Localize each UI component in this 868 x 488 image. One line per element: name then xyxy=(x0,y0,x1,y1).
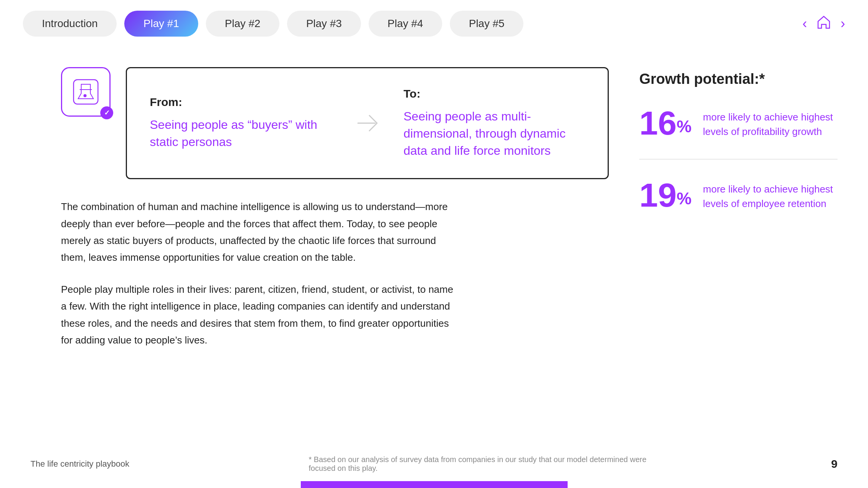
stat-desc-1: more likely to achieve highest levels of… xyxy=(703,106,838,139)
svg-rect-0 xyxy=(74,80,98,104)
tab-play1[interactable]: Play #1 xyxy=(124,11,198,37)
tab-play4[interactable]: Play #4 xyxy=(369,11,442,37)
footer-brand: The life centricity playbook xyxy=(30,459,129,469)
nav-tabs: Introduction Play #1 Play #2 Play #3 Pla… xyxy=(23,11,523,37)
right-section: Growth potential:* 16% more likely to ac… xyxy=(639,67,838,348)
to-section: To: Seeing people as multi-dimensional, … xyxy=(404,87,585,159)
nav-controls: ‹ › xyxy=(802,14,845,33)
play-icon-container xyxy=(61,67,111,117)
icon-area: From: Seeing people as “buyers” with sta… xyxy=(61,67,609,179)
next-arrow[interactable]: › xyxy=(841,16,845,32)
main-content: From: Seeing people as “buyers” with sta… xyxy=(0,44,868,371)
footer-page: 9 xyxy=(831,458,838,470)
stat-item-2: 19% more likely to achieve highest level… xyxy=(639,178,838,231)
tab-play3[interactable]: Play #3 xyxy=(287,11,361,37)
right-arrow-icon xyxy=(354,106,381,140)
stat-desc-2: more likely to achieve highest levels of… xyxy=(703,178,838,211)
from-section: From: Seeing people as “buyers” with sta… xyxy=(150,96,331,151)
tab-play2[interactable]: Play #2 xyxy=(206,11,279,37)
bottom-bar xyxy=(301,481,568,488)
navigation: Introduction Play #1 Play #2 Play #3 Pla… xyxy=(0,0,868,44)
footer-note: * Based on our analysis of survey data f… xyxy=(309,455,652,473)
check-badge xyxy=(100,106,113,119)
from-label: From: xyxy=(150,96,331,109)
body-text: The combination of human and machine int… xyxy=(61,198,461,348)
stat-item-1: 16% more likely to achieve highest level… xyxy=(639,106,838,159)
tab-play5[interactable]: Play #5 xyxy=(450,11,523,37)
prev-arrow[interactable]: ‹ xyxy=(802,16,807,32)
body-paragraph-1: The combination of human and machine int… xyxy=(61,198,461,266)
to-text: Seeing people as multi-dimensional, thro… xyxy=(404,108,585,159)
footer: The life centricity playbook * Based on … xyxy=(0,455,868,473)
from-to-box: From: Seeing people as “buyers” with sta… xyxy=(126,67,609,179)
to-label: To: xyxy=(404,87,585,100)
beaker-icon xyxy=(71,77,101,107)
body-paragraph-2: People play multiple roles in their live… xyxy=(61,281,461,348)
arrow-divider xyxy=(354,106,381,140)
growth-title: Growth potential:* xyxy=(639,71,838,87)
from-text: Seeing people as “buyers” with static pe… xyxy=(150,116,331,151)
svg-point-2 xyxy=(83,94,87,97)
tab-introduction[interactable]: Introduction xyxy=(23,11,117,37)
stat-number-2: 19% xyxy=(639,178,692,212)
stat-number-1: 16% xyxy=(639,106,692,140)
home-icon[interactable] xyxy=(816,14,831,33)
left-section: From: Seeing people as “buyers” with sta… xyxy=(61,67,609,348)
